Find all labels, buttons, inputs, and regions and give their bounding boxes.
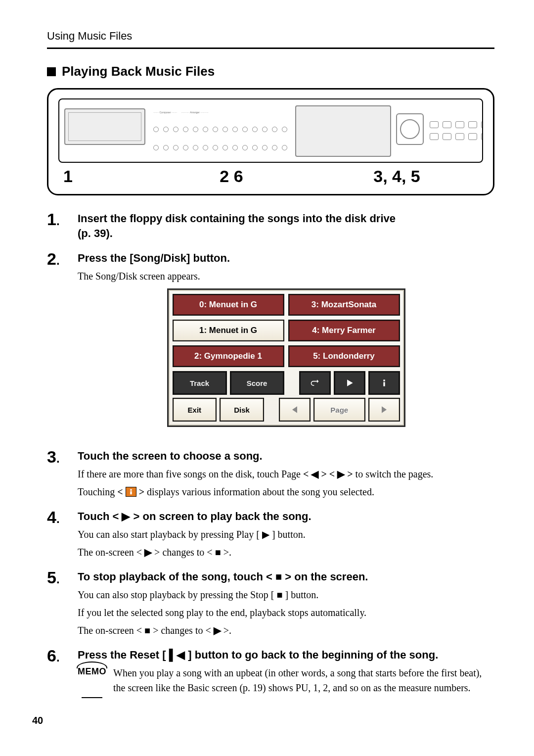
play-icon: ▶ (262, 529, 269, 540)
callout-2-6: 2 6 (147, 167, 315, 186)
info-icon (379, 378, 389, 388)
play-icon: ▶ (144, 547, 152, 558)
triangle-left-icon: ◀ (311, 469, 318, 479)
skip-back-icon: ▌◀ (169, 649, 185, 661)
panel-small-lcd (64, 108, 145, 145)
step-4: 4. Touch < ▶ > on screen to play back th… (78, 509, 494, 560)
step-3-body-2: Touching < > displays various informatio… (78, 484, 494, 499)
svg-rect-3 (130, 491, 132, 494)
step-4-number: 4. (47, 509, 78, 560)
step-5-body-2: If you let the selected song play to the… (78, 605, 494, 620)
repeat-icon (310, 378, 320, 388)
play-icon (345, 378, 355, 388)
inline-info-icon (126, 487, 136, 497)
step-5-body-3: The on-screen < ■ > changes to < ▶ >. (78, 623, 494, 638)
step-5-number: 5. (47, 569, 78, 638)
section-title-text: Playing Back Music Files (62, 64, 215, 79)
step-6-heading: Press the Reset [ ▌◀ ] button to go back… (78, 648, 494, 662)
step-6: 6. Press the Reset [ ▌◀ ] button to go b… (78, 648, 494, 695)
callout-1: 1 (63, 167, 147, 186)
running-head: Using Music Files (47, 30, 494, 43)
song-item-5[interactable]: 5: Londonderry (288, 345, 400, 367)
callout-3-4-5: 3, 4, 5 (315, 167, 478, 186)
play-button[interactable] (334, 371, 365, 395)
step-6-number: 6. (47, 648, 78, 695)
triangle-right-icon: ▶ (337, 469, 345, 479)
chevron-left-icon (290, 405, 300, 415)
step-1-number: 1. (47, 211, 78, 241)
memo-text: When you play a song with an upbeat (in … (113, 665, 494, 695)
step-2-number: 2. (47, 251, 78, 439)
step-2-body: The Song/Disk screen appears. (78, 269, 494, 284)
step-2: 2. Press the [Song/Disk] button. The Son… (78, 251, 494, 439)
memo-block: MEMO When you play a song with an upbeat… (78, 665, 494, 695)
panel-center-controls: ········ Composer ········ ············ … (150, 103, 290, 158)
song-item-0[interactable]: 0: Menuet in G (173, 294, 284, 316)
exit-button[interactable]: Exit (173, 398, 217, 422)
diagram-callout-row: 1 2 6 3, 4, 5 (58, 167, 483, 189)
step-4-body-2: The on-screen < ▶ > changes to < ■ >. (78, 545, 494, 560)
info-button[interactable] (368, 371, 400, 395)
step-3-heading: Touch the screen to choose a song. (78, 449, 494, 464)
stop-icon: ■ (215, 547, 221, 558)
repeat-button[interactable] (299, 371, 331, 395)
step-3-number: 3. (47, 449, 78, 499)
track-button[interactable]: Track (173, 371, 227, 395)
disk-button[interactable]: Disk (220, 398, 264, 422)
page-next-button[interactable] (368, 398, 400, 422)
svg-rect-1 (383, 382, 385, 386)
section-heading: Playing Back Music Files (47, 64, 494, 79)
panel-diagram-inner: ········ Composer ········ ············ … (58, 98, 483, 163)
step-3: 3. Touch the screen to choose a song. If… (78, 449, 494, 499)
page-prev-button[interactable] (279, 398, 311, 422)
chevron-right-icon (379, 405, 389, 415)
square-bullet-icon (47, 67, 56, 76)
step-2-heading: Press the [Song/Disk] button. (78, 251, 494, 266)
score-button[interactable]: Score (230, 371, 284, 395)
stop-icon: ■ (276, 589, 282, 600)
page-number: 40 (32, 715, 494, 726)
song-item-4[interactable]: 4: Merry Farmer (288, 320, 400, 341)
step-1-heading: Insert the floppy disk containing the so… (78, 211, 494, 241)
stop-icon: ■ (144, 625, 150, 636)
page-label: Page (313, 398, 365, 422)
step-4-heading: Touch < ▶ > on screen to play back the s… (78, 509, 494, 524)
panel-dial (396, 113, 424, 145)
panel-diagram: ········ Composer ········ ············ … (47, 88, 494, 195)
header-rule (47, 47, 494, 49)
play-icon: ▶ (122, 510, 130, 522)
panel-large-lcd (295, 105, 391, 157)
song-item-3[interactable]: 3: MozartSonata (288, 294, 400, 316)
step-1: 1. Insert the floppy disk containing the… (78, 211, 494, 241)
step-3-body-1: If there are more than five songs on the… (78, 467, 494, 481)
song-item-1[interactable]: 1: Menuet in G (173, 320, 284, 341)
svg-rect-0 (383, 379, 385, 381)
svg-rect-2 (130, 489, 132, 491)
step-5: 5. To stop playback of the song, touch <… (78, 569, 494, 638)
song-item-2[interactable]: 2: Gymnopedie 1 (173, 345, 284, 367)
song-disk-screenshot: 0: Menuet in G 3: MozartSonata 1: Menuet… (167, 288, 405, 427)
play-icon: ▶ (214, 625, 221, 636)
step-5-body-1: You can also stop playback by pressing t… (78, 587, 494, 602)
memo-badge: MEMO (78, 665, 106, 695)
step-4-body-1: You can also start playback by pressing … (78, 527, 494, 542)
stop-icon: ■ (275, 570, 282, 583)
panel-right-controls (396, 103, 483, 158)
step-5-heading: To stop playback of the song, touch < ■ … (78, 569, 494, 584)
